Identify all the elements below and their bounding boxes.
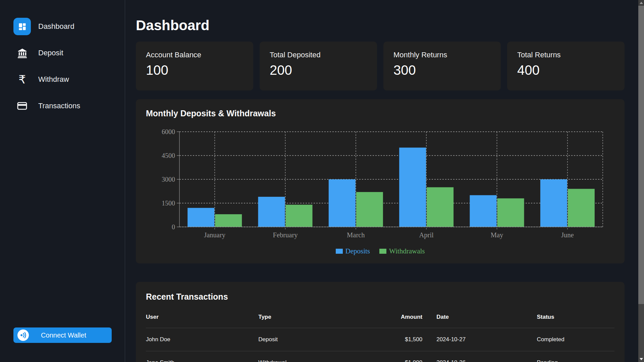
cell-amount: $1,000 — [371, 351, 423, 362]
legend-label: Withdrawals — [389, 247, 425, 255]
svg-text:4500: 4500 — [162, 152, 175, 159]
bar-chart: 01500300045006000JanuaryFebruaryMarchApr… — [146, 124, 614, 246]
legend-label: Deposits — [345, 247, 370, 255]
stat-card: Total Returns400 — [507, 42, 625, 90]
stat-card-value: 400 — [517, 63, 625, 78]
cell-type: Withdrawal — [258, 351, 371, 362]
table-row: Jane SmithWithdrawal$1,0002024-10-26Pend… — [146, 351, 614, 362]
scroll-up-arrow-icon — [640, 2, 643, 4]
transactions-table: UserTypeAmountDateStatus John DoeDeposit… — [146, 312, 614, 362]
svg-text:6000: 6000 — [162, 128, 175, 135]
legend-swatch-icon — [379, 249, 386, 254]
legend-swatch-icon — [336, 249, 343, 254]
svg-text:February: February — [273, 231, 298, 239]
table-header-row: UserTypeAmountDateStatus — [146, 312, 614, 328]
column-header-type: Type — [258, 312, 371, 328]
sidebar-item-label: Deposit — [38, 49, 63, 57]
sidebar-item-withdraw[interactable]: ₹Withdraw — [13, 71, 125, 88]
sidebar-item-transactions[interactable]: Transactions — [13, 97, 125, 115]
rupee-icon: ₹ — [13, 71, 31, 88]
stat-card: Total Deposited200 — [260, 42, 377, 90]
transactions-panel: Recent Transactions UserTypeAmountDateSt… — [136, 282, 625, 362]
legend-entry-withdrawals[interactable]: Withdrawals — [379, 247, 425, 255]
stat-card-label: Total Deposited — [270, 51, 377, 59]
stat-card-value: 300 — [393, 63, 501, 78]
cell-user: John Doe — [146, 328, 258, 351]
svg-text:March: March — [347, 231, 365, 239]
cell-type: Deposit — [258, 328, 371, 351]
cell-user: Jane Smith — [146, 351, 258, 362]
chart-legend: DepositsWithdrawals — [146, 247, 614, 255]
sidebar-item-deposit[interactable]: Deposit — [13, 44, 125, 62]
svg-text:0: 0 — [172, 223, 175, 231]
cell-status: Completed — [530, 328, 614, 351]
scrollbar-thumb[interactable] — [638, 6, 644, 304]
column-header-amount: Amount — [371, 312, 423, 328]
stat-card-value: 100 — [146, 63, 253, 78]
scrollbar-down-button[interactable] — [638, 356, 644, 362]
page-title: Dashboard — [136, 17, 625, 34]
stat-card-label: Total Returns — [517, 51, 625, 59]
svg-text:January: January — [204, 231, 226, 239]
dashboard-grid-icon — [13, 18, 31, 35]
stat-card: Account Balance100 — [136, 42, 253, 90]
vertical-scrollbar[interactable] — [638, 0, 644, 362]
column-header-user: User — [146, 312, 258, 328]
svg-text:April: April — [419, 231, 434, 239]
connect-wallet-label: Connect Wallet — [29, 331, 98, 339]
svg-text:May: May — [491, 231, 503, 239]
cell-date: 2024-10-26 — [422, 351, 530, 362]
stat-cards-row: Account Balance100Total Deposited200Mont… — [136, 42, 625, 90]
cell-status: Pending — [530, 351, 614, 362]
scroll-down-arrow-icon — [640, 358, 643, 360]
svg-text:1500: 1500 — [162, 199, 175, 207]
credit-card-icon — [13, 97, 31, 115]
connect-wallet-button[interactable]: Connect Wallet — [13, 327, 112, 343]
stat-card: Monthly Returns300 — [383, 42, 501, 90]
sidebar: DashboardDeposit₹WithdrawTransactions Co… — [0, 0, 125, 362]
sidebar-nav: DashboardDeposit₹WithdrawTransactions — [13, 18, 125, 115]
main-content: Dashboard Account Balance100Total Deposi… — [125, 0, 638, 362]
table-row: John DoeDeposit$1,5002024-10-27Completed — [146, 328, 614, 351]
bank-icon — [13, 44, 31, 62]
contactless-icon — [17, 329, 29, 341]
column-header-status: Status — [530, 312, 614, 328]
chart-panel: Monthly Deposits & Withdrawals 015003000… — [136, 99, 625, 263]
stat-card-value: 200 — [270, 63, 377, 78]
sidebar-item-label: Transactions — [38, 102, 80, 110]
stat-card-label: Monthly Returns — [393, 51, 501, 59]
legend-entry-deposits[interactable]: Deposits — [336, 247, 370, 255]
sidebar-item-label: Dashboard — [38, 22, 74, 31]
cell-amount: $1,500 — [371, 328, 423, 351]
scrollbar-up-button[interactable] — [638, 0, 644, 6]
svg-text:3000: 3000 — [162, 176, 175, 183]
cell-date: 2024-10-27 — [422, 328, 530, 351]
transactions-title: Recent Transactions — [146, 292, 614, 302]
column-header-date: Date — [422, 312, 530, 328]
stat-card-label: Account Balance — [146, 51, 253, 59]
sidebar-item-dashboard[interactable]: Dashboard — [13, 18, 125, 35]
sidebar-item-label: Withdraw — [38, 75, 69, 84]
svg-text:June: June — [561, 231, 574, 239]
chart-title: Monthly Deposits & Withdrawals — [146, 109, 614, 118]
